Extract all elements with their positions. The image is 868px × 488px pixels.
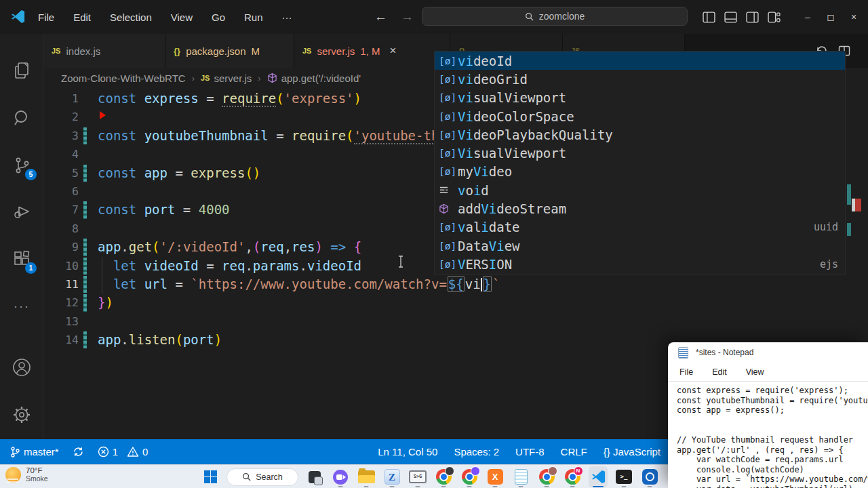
toggle-secondary-sidebar-icon[interactable] <box>746 11 759 24</box>
taskbar-app-chrome-profile-4[interactable]: N <box>563 466 582 487</box>
suggestion-item[interactable]: [ø]videoGrid <box>435 70 845 88</box>
status-crlf[interactable]: CRLF <box>561 446 587 458</box>
suggestion-item[interactable]: [ø]VideoColorSpace <box>435 107 845 125</box>
suggestion-item[interactable]: void <box>435 181 845 199</box>
taskbar-search[interactable]: Search <box>226 468 298 486</box>
taskbar-app-chrome-profile-3[interactable] <box>537 466 556 487</box>
text-cursor <box>481 278 482 291</box>
breadcrumb-label: Zoom-Clone-With-WebRTC <box>61 73 186 84</box>
search-view-icon[interactable] <box>0 102 43 134</box>
taskbar-app-terminal[interactable]: >_ <box>614 466 633 487</box>
forward-icon[interactable]: → <box>401 9 414 24</box>
layout-controls <box>703 0 781 34</box>
taskbar-app-file-explorer[interactable] <box>357 466 376 487</box>
maximize-button[interactable]: ◻ <box>819 0 842 34</box>
task-view-button[interactable] <box>305 466 324 487</box>
taskbar-app-chrome-profile-2[interactable] <box>460 466 479 487</box>
minimize-button[interactable]: – <box>796 0 819 34</box>
symbol-variable-icon: [ø] <box>439 92 458 103</box>
suggestion-item[interactable]: [ø]myVideo <box>435 163 845 181</box>
more-views-icon[interactable]: ··· <box>0 290 43 323</box>
taskbar-app-vscode[interactable] <box>589 466 608 487</box>
customize-layout-icon[interactable] <box>768 11 781 24</box>
notepad-titlebar[interactable]: *sites - Notepad <box>668 342 868 363</box>
problems-item[interactable]: 1 0 <box>98 446 149 458</box>
tab-decoration: M <box>252 45 260 57</box>
taskbar-app-chrome-profile-1[interactable] <box>434 466 453 487</box>
notepad-menu-view[interactable]: View <box>746 367 764 377</box>
account-icon[interactable] <box>0 351 43 384</box>
sync-item[interactable] <box>73 446 84 458</box>
suggestion-item[interactable]: [ø]DataView <box>435 237 845 255</box>
menu-selection[interactable]: Selection <box>110 12 152 23</box>
taskbar-app-z-app[interactable]: Z <box>382 466 401 487</box>
menu-go[interactable]: Go <box>212 12 225 23</box>
suggestion-item[interactable]: [ø]validateuuid <box>435 218 845 237</box>
menu-file[interactable]: File <box>38 12 54 23</box>
gutter <box>79 220 98 238</box>
close-tab-icon[interactable]: × <box>390 44 397 58</box>
notepad-menu-edit[interactable]: Edit <box>712 367 727 377</box>
taskbar-app-xampp[interactable]: X <box>486 466 505 487</box>
gutter <box>79 257 98 275</box>
gutter-modified-mark <box>83 165 87 182</box>
error-count: 1 <box>113 446 118 458</box>
notepad-menu-file[interactable]: File <box>679 367 693 377</box>
extensions-icon[interactable]: 1 <box>0 243 43 275</box>
back-icon[interactable]: ← <box>374 9 387 24</box>
status-spaces[interactable]: Spaces: 2 <box>454 446 499 458</box>
status-utf8[interactable]: UTF-8 <box>515 446 545 458</box>
taskbar-app-camera-app[interactable] <box>640 466 659 487</box>
z-app-icon: Z <box>384 469 400 485</box>
tab-index-js[interactable]: JSindex.js <box>43 34 165 68</box>
breadcrumb-item[interactable]: JSserver.js <box>201 73 252 84</box>
toggle-sidebar-icon[interactable] <box>703 11 715 24</box>
json-file-icon: {} <box>174 46 180 56</box>
settings-gear-icon[interactable] <box>0 399 43 431</box>
menu-edit[interactable]: Edit <box>73 12 91 23</box>
notepad-window: *sites - Notepad FileEditView const expr… <box>668 342 868 488</box>
code-line[interactable]: 11 let url = `https://www.youtube.com/wa… <box>43 275 850 293</box>
suggestion-item[interactable]: [ø]VERSIONejs <box>435 255 845 273</box>
symbol-variable-icon: [ø] <box>439 111 458 122</box>
taskbar-app-chat[interactable] <box>331 466 350 487</box>
source-control-icon[interactable]: 5 <box>0 149 43 182</box>
line-number: 7 <box>43 201 79 219</box>
tab-server-js[interactable]: JSserver.js1, M× <box>294 34 450 68</box>
git-branch-item[interactable]: master* <box>9 446 59 458</box>
menu-[interactable]: ··· <box>282 12 292 23</box>
breadcrumb-item[interactable]: app.get('/:videoId' <box>267 73 361 84</box>
titlebar: FileEditSelectionViewGoRun··· ← → zoomcl… <box>0 0 868 34</box>
start-button[interactable] <box>201 466 220 487</box>
code-text: const port = 4000 <box>98 201 230 219</box>
suggestion-item[interactable]: [ø]VisualViewport <box>435 144 845 162</box>
taskbar-app-screentogif[interactable]: S>G <box>408 466 427 487</box>
suggestion-item[interactable]: [ø]videoId <box>435 52 845 70</box>
code-text: app.listen(port) <box>98 331 222 349</box>
suggestion-item[interactable]: [ø]visualViewport <box>435 89 845 107</box>
status-ln[interactable]: Ln 11, Col 50 <box>378 446 437 458</box>
status-[interactable]: {} JavaScript <box>604 446 660 458</box>
suggestion-label: visualViewport <box>458 90 566 105</box>
taskbar-app-notepad[interactable] <box>511 466 530 487</box>
vscode-logo-icon <box>10 9 26 24</box>
desktop: FileEditSelectionViewGoRun··· ← → zoomcl… <box>0 0 868 488</box>
run-debug-icon[interactable] <box>0 195 43 228</box>
overview-ruler-modified-mark <box>847 223 851 236</box>
code-text: }) <box>98 293 113 312</box>
code-line[interactable]: 13 <box>43 312 850 331</box>
suggestion-item[interactable]: [ø]VideoPlaybackQuality <box>435 125 845 144</box>
explorer-icon[interactable] <box>0 54 43 87</box>
suggestion-item[interactable]: addVideoStream <box>435 199 845 218</box>
command-center-search[interactable]: zoomclone <box>422 7 688 26</box>
breadcrumb-label: server.js <box>214 73 252 84</box>
close-button[interactable]: × <box>842 0 865 34</box>
menu-run[interactable]: Run <box>244 12 263 23</box>
menu-view[interactable]: View <box>171 12 193 23</box>
tab-package-json[interactable]: {}package.jsonM <box>165 34 294 68</box>
code-line[interactable]: 12}) <box>43 293 850 312</box>
notepad-content[interactable]: const express = require('express'); cons… <box>668 382 868 488</box>
toggle-panel-icon[interactable] <box>724 11 737 24</box>
breadcrumb-item[interactable]: Zoom-Clone-With-WebRTC <box>61 73 186 84</box>
weather-widget[interactable]: 70°F Smoke <box>5 466 48 483</box>
